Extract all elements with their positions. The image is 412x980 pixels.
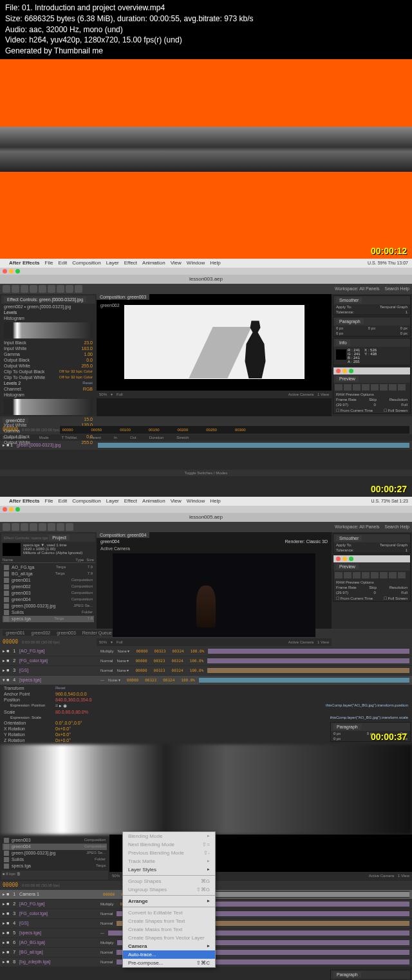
current-time[interactable]: 00000	[3, 427, 18, 432]
zoom-button[interactable]	[15, 269, 20, 273]
effect-controls-panel[interactable]: Effect Controls: green.[0000-0323].jpg g…	[0, 294, 97, 416]
clip-white-value[interactable]: Off for 32 bpc Color	[59, 375, 93, 380]
input-black-value[interactable]: 23.0	[84, 340, 93, 345]
menu-animation[interactable]: Animation	[142, 260, 165, 266]
project-panel[interactable]: Effect Controls: specs.tga Project specs…	[0, 532, 97, 629]
project-item[interactable]: green004Composition	[3, 596, 94, 603]
ctx-arrange[interactable]: Arrange▸	[123, 897, 215, 905]
close-button[interactable]	[3, 269, 7, 273]
comp-footer[interactable]: 50% ▾ Full Active Camera 1 View	[97, 391, 332, 398]
comp-tab[interactable]: Composition: green004	[97, 532, 149, 538]
project-list[interactable]: AO_FG.tgaTarga7.9 BG_all.tgaTarga7.9 gre…	[1, 563, 95, 624]
first-frame-icon[interactable]	[335, 384, 342, 391]
menu-view[interactable]: View	[171, 260, 182, 266]
prev-frame-icon[interactable]	[344, 384, 351, 391]
output-black-value[interactable]: 0.0	[86, 358, 93, 362]
expression-text[interactable]: thisComp.layer("AO_BG.jpg").transform.sc…	[330, 716, 408, 719]
comp-breadcrumb[interactable]: green002	[100, 303, 120, 308]
camera-tool-icon[interactable]	[39, 285, 46, 293]
project-item[interactable]: specs.tgaTarga7.9	[3, 616, 94, 622]
project-item[interactable]: BG_all.tgaTarga7.9	[3, 571, 94, 577]
timeline-layer-row[interactable]: ▸ ■3[GS]NormalNone ▾000000032300324100.0…	[0, 666, 412, 676]
ctx-convert-text[interactable]: Convert to Editable Text	[123, 909, 215, 917]
text-tool-icon[interactable]	[75, 285, 82, 293]
timeline-layer-row[interactable]: ▸ ■1[AO_FG.tga]MultiplyNone ▾00000003230…	[0, 647, 412, 656]
channel-value[interactable]: RGB	[83, 387, 93, 391]
histogram-display[interactable]	[4, 322, 93, 338]
next-frame-icon[interactable]	[362, 384, 370, 391]
pan-behind-tool-icon[interactable]	[48, 285, 55, 293]
smoother-tab[interactable]: Smoother	[336, 297, 362, 303]
menu-composition[interactable]: Composition	[72, 260, 100, 266]
app-name[interactable]: After Effects	[9, 260, 40, 266]
ctx-next-blend[interactable]: Next Blending Mode⇧=	[123, 840, 215, 849]
menu-window[interactable]: Window	[187, 260, 205, 266]
menu-effect[interactable]: Effect	[124, 260, 137, 266]
minimize-button[interactable]	[9, 269, 14, 273]
ctx-track-matte[interactable]: Track Matte▸	[123, 857, 215, 865]
project-item[interactable]: specs.tgaTarga	[3, 863, 107, 869]
preview-controls[interactable]	[333, 383, 410, 392]
ram-options-label[interactable]: RAM Preview Options	[333, 392, 410, 397]
preview-tab[interactable]: Preview	[336, 376, 359, 382]
last-frame-icon[interactable]	[371, 384, 379, 391]
rotate-tool-icon[interactable]	[30, 285, 37, 293]
time-ruler[interactable]: 00000000500010000150002000025000300	[60, 426, 409, 434]
histogram-display-2[interactable]	[4, 399, 93, 415]
comp-tab[interactable]: Composition: green003	[97, 294, 149, 300]
layer-context-menu[interactable]: Blending Mode▸ Next Blending Mode⇧= Prev…	[122, 831, 216, 968]
selection-tool-icon[interactable]	[3, 285, 10, 293]
reset-link[interactable]: Reset	[82, 381, 93, 385]
info-tab[interactable]: Info	[336, 340, 350, 346]
view-dropdown[interactable]: 1 View	[317, 393, 329, 396]
project-item[interactable]: green003Composition	[3, 837, 107, 844]
project-tab[interactable]: Project	[49, 535, 70, 541]
timeline-layer-row[interactable]: ▸ ■2[FG_color.tga]NormalNone ▾0000000323…	[0, 656, 412, 666]
camera-dropdown[interactable]: Active Camera	[288, 393, 314, 396]
layer-name[interactable]: green.[0000-0323].jpg	[17, 443, 94, 447]
hand-tool-icon[interactable]	[12, 285, 19, 293]
composition-panel[interactable]: Composition: green004 green004 Renderer:…	[97, 532, 332, 629]
input-white-value[interactable]: 183.0	[81, 346, 93, 351]
position-value[interactable]: 840.0,360.0,354.0	[55, 698, 91, 702]
menu-layer[interactable]: Layer	[106, 260, 119, 266]
project-item[interactable]: green.[0000-0323].jpgJPEG Se...	[3, 850, 107, 856]
mac-menubar[interactable]: After Effects File Edit Composition Laye…	[0, 259, 412, 268]
levels-fx[interactable]: Levels	[4, 310, 17, 315]
scale-value[interactable]: 80.0,80.0,80.0%	[55, 710, 88, 714]
ram-preview-icon[interactable]	[398, 384, 406, 391]
search-help[interactable]: Search Help	[384, 286, 409, 291]
toggle-switches[interactable]: Toggle Switches / Modes	[0, 470, 412, 476]
project-item[interactable]: SolidsFolder	[3, 609, 94, 616]
paragraph-tab[interactable]: Paragraph	[336, 319, 364, 324]
ae-toolbar[interactable]: Workspace: All Panels Search Help	[0, 284, 412, 294]
output-white-value[interactable]: 255.0	[81, 364, 93, 368]
expression-text[interactable]: thisComp.layer("AO_BG.jpg").transform.po…	[326, 703, 408, 708]
project-footer[interactable]: ■ 8 bpc 🗑	[1, 871, 108, 880]
composition-panel[interactable]: Composition: green003 green002 50% ▾ Ful…	[97, 294, 332, 416]
project-item[interactable]: green002Composition	[3, 584, 94, 590]
tolerance-value[interactable]: 1	[406, 310, 407, 314]
anchor-point-value[interactable]: 960.0,540.0,0.0	[55, 692, 87, 696]
histogram-label[interactable]: Histogram	[4, 316, 24, 320]
levels2-fx[interactable]: Levels 2	[4, 381, 21, 385]
project-item[interactable]: green003Composition	[3, 590, 94, 596]
zoom-tool-icon[interactable]	[21, 285, 28, 293]
ctx-layer-styles[interactable]: Layer Styles▸	[123, 865, 215, 874]
timeline-tab[interactable]: green002	[3, 418, 28, 423]
comp-viewport[interactable]	[113, 553, 315, 637]
ctx-shapes-from-vector[interactable]: Create Shapes from Vector Layer	[123, 934, 215, 942]
loop-icon[interactable]	[389, 384, 397, 391]
project-item[interactable]: green001Composition	[3, 577, 94, 584]
resolution-dropdown[interactable]: Full	[117, 393, 123, 396]
gamma-value[interactable]: 1.00	[84, 352, 93, 356]
menu-help[interactable]: Help	[210, 260, 220, 266]
zoom-dropdown[interactable]: 50%	[99, 393, 107, 396]
clip-black-value[interactable]: Off for 32 bpc Color	[59, 369, 93, 374]
ctx-ungroup-shapes[interactable]: Ungroup Shapes⇧⌘G	[123, 885, 215, 894]
ctx-blending-mode[interactable]: Blending Mode▸	[123, 832, 215, 840]
ae-toolbar[interactable]: Workspace: All Panels Search Help	[0, 522, 412, 532]
comp-viewport[interactable]	[124, 305, 304, 379]
shape-tool-icon[interactable]	[57, 285, 64, 293]
play-icon[interactable]	[353, 384, 360, 391]
